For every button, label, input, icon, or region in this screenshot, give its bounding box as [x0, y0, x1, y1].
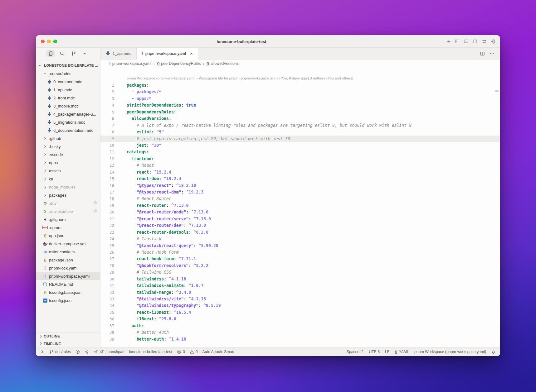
- code-line: 38 # Better Auth: [100, 329, 500, 336]
- sidebar-tool-search[interactable]: [58, 50, 66, 57]
- tree-item-eslint-config-ts[interactable]: TSeslint.config.ts: [36, 248, 100, 256]
- status-launchpad[interactable]: Launchpad: [94, 350, 124, 354]
- line-content: "@tailwindcss/typography": ^0.5.19: [114, 302, 221, 309]
- plus-icon[interactable]: +: [447, 39, 451, 45]
- panel-outline[interactable]: OUTLINE: [36, 332, 100, 340]
- tab-pnpm-workspace-yaml[interactable]: !pnpm-workspace.yaml×: [137, 48, 198, 59]
- ellipsis-icon[interactable]: ⋯: [490, 51, 495, 56]
- code-line: 20 "@react-router/node": ^7.13.0: [100, 209, 500, 215]
- braces-icon: { }: [44, 258, 46, 262]
- tree-item-assets[interactable]: assets: [36, 167, 100, 175]
- line-number: 12: [100, 155, 114, 162]
- tree-item--gitignore[interactable]: ◆.gitignore: [36, 215, 100, 223]
- layout-sidebar-left-icon[interactable]: [455, 39, 460, 44]
- status-language[interactable]: { }YAML: [395, 350, 409, 354]
- tree-item-1-api-mdc[interactable]: 1_api.mdc: [36, 86, 100, 94]
- status-encoding[interactable]: UTF-8: [369, 350, 380, 354]
- layout-panel-bottom-icon[interactable]: [464, 39, 469, 44]
- tree-item-tsconfig-base-json[interactable]: { }tsconfig.base.json: [36, 288, 100, 296]
- tree-item-2-front-mdc[interactable]: 2_front.mdc: [36, 94, 100, 102]
- code-line: 25 "@tanstack/react-query": ^5.90.20: [100, 242, 500, 249]
- breadcrumb-segment-peerdependencyrules[interactable]: { }peerDependencyRules: [157, 61, 201, 66]
- sidebar-tool-git-branch[interactable]: [70, 50, 78, 57]
- tree-item--cursor-rules[interactable]: .cursor/rules: [36, 69, 100, 78]
- status-indentation[interactable]: Spaces: 2: [346, 350, 363, 354]
- tree-item-tsconfig-json[interactable]: TStsconfig.json: [36, 296, 100, 304]
- tree-item-readme-md[interactable]: README.md: [36, 280, 100, 288]
- breadcrumb-segment-allowedversions[interactable]: { }allowedVersions: [207, 61, 239, 66]
- status-git-branch[interactable]: doc/rules: [49, 350, 71, 354]
- codelens-annotation[interactable]: pnpm Workspace (pnpm-workspace.yaml) - W…: [100, 68, 500, 82]
- panel-timeline[interactable]: TIMELINE: [36, 340, 100, 347]
- tree-item-lonestone-boilerplate-[interactable]: LONESTONE-BOILERPLATE-...: [36, 61, 100, 69]
- sidebar-tool-files[interactable]: [46, 50, 55, 57]
- tree-item-pnpm-lock-yaml[interactable]: !pnpm-lock.yaml: [36, 264, 100, 272]
- status-source-graph[interactable]: [85, 350, 89, 354]
- line-number: 2: [100, 88, 114, 95]
- gear-icon[interactable]: [491, 39, 496, 44]
- breadcrumb-segment-pnpm-workspace-yaml[interactable]: !pnpm-workspace.yaml: [109, 61, 151, 66]
- tree-item--husky[interactable]: .husky: [36, 142, 100, 151]
- status-workspace-info[interactable]: pnpm Workspace (pnpm-workspace.yaml): [414, 350, 486, 354]
- tree-item--github[interactable]: .github: [36, 134, 100, 142]
- code-line: 21 "@react-router/serve": ^7.13.0: [100, 216, 500, 222]
- tree-item-3-mobile-mdc[interactable]: 3_mobile.mdc: [36, 102, 100, 110]
- tree-item-package-json[interactable]: { }package.json: [36, 256, 100, 264]
- tab-1-api-mdc[interactable]: 1_api.mdc: [100, 48, 137, 59]
- layout-sidebar-right-icon[interactable]: [473, 39, 478, 44]
- line-content: "@hookform/resolvers": ^5.2.2: [114, 262, 208, 269]
- split-editor-icon[interactable]: [480, 51, 485, 56]
- tree-item-packages[interactable]: packages: [36, 191, 100, 199]
- line-number: 29: [100, 269, 114, 275]
- status-warnings[interactable]: 0: [190, 350, 198, 354]
- graph-icon: [85, 350, 89, 354]
- mdc-arrow-icon: [47, 120, 52, 125]
- tree-item--npmrc[interactable]: npm.npmrc: [36, 223, 100, 232]
- code-line: 17 "@types/react-dom": ^19.2.3: [100, 189, 500, 195]
- chevron-right-icon: [43, 185, 47, 189]
- braces-icon: { }: [395, 350, 397, 354]
- editor-actions: ⋯: [480, 48, 500, 59]
- tree-item-5-migrations-mdc[interactable]: 5_migrations.mdc: [36, 118, 100, 126]
- status-remote[interactable]: [40, 350, 45, 354]
- code-line: 16 "@types/react": ^19.2.10: [100, 182, 500, 189]
- app-window: lonestone-boilerplate-test + LONESTONE-B…: [36, 35, 500, 356]
- swap-arrows-icon[interactable]: [482, 39, 487, 44]
- status-errors[interactable]: 0: [177, 350, 185, 354]
- status-notifications[interactable]: [491, 350, 496, 354]
- mdc-arrow-icon: [47, 104, 52, 108]
- tree-item-label: tsconfig.json: [49, 298, 71, 303]
- tree-item-0-common-mdc[interactable]: 0_common.mdc: [36, 78, 100, 86]
- line-content: # React Hook Form: [114, 249, 179, 256]
- tree-item-pnpm-workspace-yaml[interactable]: !pnpm-workspace.yaml: [36, 272, 100, 280]
- tree-item-docker-compose-yml[interactable]: docker-compose.yml: [36, 240, 100, 248]
- npm-icon: npm: [42, 226, 48, 229]
- line-number: 9: [100, 136, 114, 142]
- sidebar: LONESTONE-BOILERPLATE-....cursor/rules0_…: [36, 48, 100, 347]
- code-line: 30 tailwindcss: ^4.1.18: [100, 276, 500, 282]
- tree-item-node-modules[interactable]: node_modules: [36, 183, 100, 191]
- tree-item--env[interactable]: ⚙.env: [36, 199, 100, 207]
- code-line: 34 "@tailwindcss/typography": ^0.5.19: [100, 302, 500, 309]
- breadcrumb-label: pnpm-workspace.yaml: [112, 61, 151, 66]
- code-editor[interactable]: pnpm Workspace (pnpm-workspace.yaml) - W…: [100, 68, 500, 347]
- tree-item-6-documentation-mdc[interactable]: 6_documentation.mdc: [36, 126, 100, 134]
- tree-item-app-json[interactable]: { }app.json: [36, 232, 100, 240]
- tree-item-cli[interactable]: cli: [36, 175, 100, 183]
- tree-item-label: .github: [49, 136, 61, 141]
- tree-item--env-example[interactable]: $.env.example: [36, 207, 100, 215]
- titlebar[interactable]: lonestone-boilerplate-test +: [36, 35, 500, 48]
- status-project[interactable]: lonestone-boilerplate-test: [129, 350, 172, 354]
- line-number: 30: [100, 276, 114, 282]
- close-tab-icon[interactable]: ×: [190, 51, 193, 56]
- titlebar-actions: +: [447, 35, 496, 48]
- tree-item-apps[interactable]: apps: [36, 159, 100, 167]
- tree-item--vscode[interactable]: .vscode: [36, 151, 100, 159]
- status-publish[interactable]: [76, 350, 80, 354]
- tree-item-label: 4_packagemanager-u...: [53, 112, 96, 117]
- status-auto-attach[interactable]: Auto Attach: Smart: [202, 350, 235, 354]
- line-number: 31: [100, 282, 114, 289]
- status-eol[interactable]: LF: [385, 350, 389, 354]
- sidebar-tool-chevron-down[interactable]: [81, 50, 89, 57]
- tree-item-4-packagemanager-u-[interactable]: 4_packagemanager-u...: [36, 110, 100, 118]
